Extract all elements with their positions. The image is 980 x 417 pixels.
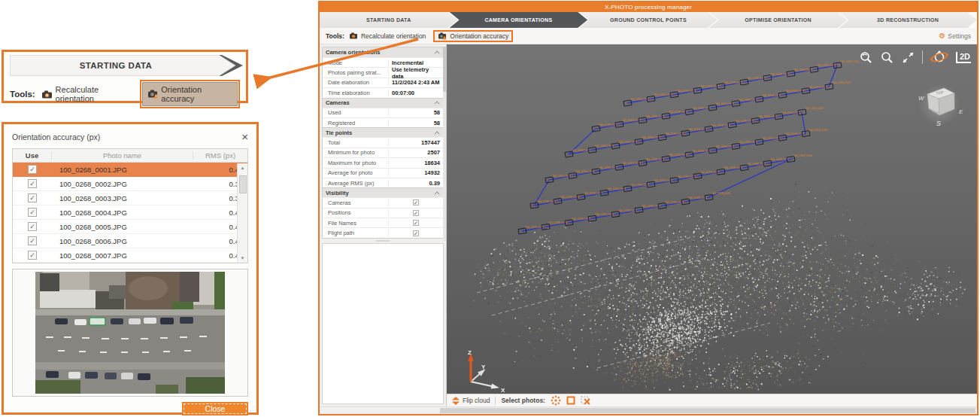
- orientation-accuracy-button[interactable]: Orientation accuracy: [438, 32, 508, 40]
- use-checkbox[interactable]: ✓: [28, 179, 37, 188]
- property-row: Minimum for photo2507: [323, 148, 443, 157]
- table-row[interactable]: ✓100_0268_0001.JPG0.40: [13, 163, 247, 177]
- resize-grip[interactable]: ⋰: [250, 406, 256, 412]
- viewport-3d[interactable]: 2D TOP FRONT W E: [447, 44, 977, 394]
- main-toolbar: Tools: Recalculate orientation Orientati…: [320, 28, 977, 44]
- recalculate-orientation-button[interactable]: Recalculate orientation: [41, 85, 134, 103]
- tab-3d-reconstruction[interactable]: 3D RECONSTRUCTION: [839, 12, 977, 28]
- property-value: 2507: [389, 149, 443, 156]
- section-header-visibility[interactable]: Visibility: [323, 187, 443, 197]
- collapse-chevron-icon[interactable]: [435, 191, 440, 196]
- column-use[interactable]: Use: [13, 151, 52, 160]
- close-button[interactable]: Close: [182, 402, 248, 415]
- orbit-icon[interactable]: [930, 49, 949, 65]
- visibility-checkbox[interactable]: ✓: [413, 230, 419, 236]
- table-row[interactable]: ✓100_0268_0006.JPG0.43: [13, 234, 247, 248]
- gear-icon: ⚙: [939, 32, 945, 40]
- sidebar-scrollbar[interactable]: [443, 47, 446, 241]
- point-cloud-scene[interactable]: [447, 44, 977, 394]
- select-rectangle-icon[interactable]: [566, 396, 575, 405]
- collapse-chevron-icon[interactable]: [435, 131, 440, 136]
- tab-optimise-orientation[interactable]: OPTIMISE ORIENTATION: [709, 12, 848, 28]
- window-title: X-PHOTO processing manager: [605, 4, 692, 11]
- zoom-icon[interactable]: [880, 50, 894, 65]
- property-row: Average for photo14932: [323, 168, 443, 178]
- hscroll-thumb[interactable]: [440, 408, 975, 413]
- column-rms[interactable]: RMS (px): [193, 151, 247, 160]
- photo-name: 100_0268_0003.JPG: [52, 194, 193, 202]
- scroll-up-icon[interactable]: ▲: [241, 163, 245, 172]
- property-label: Registered: [323, 120, 389, 126]
- property-row: Cameras✓: [323, 197, 443, 207]
- select-circle-icon[interactable]: [551, 395, 561, 406]
- deselect-icon[interactable]: [581, 396, 591, 406]
- property-value[interactable]: ✓: [389, 199, 443, 205]
- property-row: File Names✓: [323, 218, 443, 227]
- use-checkbox[interactable]: ✓: [28, 251, 37, 260]
- camera-icon: [349, 32, 358, 39]
- visibility-checkbox[interactable]: ✓: [413, 199, 419, 205]
- horizontal-scrollbar[interactable]: [320, 406, 977, 414]
- property-row: Flight path✓: [323, 227, 443, 237]
- collapse-chevron-icon[interactable]: [435, 101, 440, 106]
- recalculate-orientation-label: Recalculate orientation: [361, 32, 426, 40]
- app-window: X-PHOTO processing manager STARTING DATA…: [318, 1, 978, 415]
- starting-data-chevron-header: STARTING DATA: [10, 55, 240, 76]
- fit-view-icon[interactable]: [901, 50, 915, 65]
- sidebar-scroll-thumb[interactable]: [443, 47, 446, 92]
- use-checkbox[interactable]: ✓: [28, 165, 37, 174]
- use-checkbox[interactable]: ✓: [28, 208, 37, 217]
- section-header-cameras[interactable]: Cameras: [323, 98, 443, 108]
- visibility-checkbox[interactable]: ✓: [413, 210, 419, 216]
- use-checkbox[interactable]: ✓: [28, 193, 37, 202]
- use-checkbox[interactable]: ✓: [28, 222, 37, 231]
- property-value[interactable]: ✓: [389, 230, 443, 236]
- section-header-camera-orientations[interactable]: Camera orientations: [323, 47, 443, 57]
- orientation-accuracy-label: Orientation accuracy: [161, 85, 231, 103]
- table-row[interactable]: ✓100_0268_0004.JPG0.42: [13, 205, 247, 220]
- property-value: Use telemetry data: [389, 66, 443, 80]
- scroll-down-icon[interactable]: ▼: [241, 254, 245, 263]
- flip-cloud-button[interactable]: Flip cloud: [452, 397, 490, 405]
- section-header-tie-points[interactable]: Tie points: [323, 127, 443, 137]
- tab-label: OPTIMISE ORIENTATION: [745, 17, 812, 23]
- table-scrollbar[interactable]: ▲ ▼: [237, 163, 247, 263]
- settings-button[interactable]: ⚙ Settings: [939, 32, 971, 40]
- tab-camera-orientations[interactable]: CAMERA ORIENTATIONS: [450, 12, 588, 28]
- starting-data-title: STARTING DATA: [10, 55, 222, 76]
- photo-name: 100_0268_0005.JPG: [52, 223, 193, 231]
- zoom-previous-icon[interactable]: [859, 50, 873, 65]
- orientation-accuracy-button[interactable]: Orientation accuracy: [142, 82, 238, 106]
- tab-ground-control-points[interactable]: GROUND CONTROL POINTS: [579, 12, 718, 28]
- tab-starting-data[interactable]: STARTING DATA: [320, 12, 458, 28]
- screenshot-root: STARTING DATA Tools: Recalculate orienta…: [0, 0, 980, 417]
- scroll-thumb[interactable]: [239, 175, 247, 193]
- close-icon[interactable]: ×: [241, 132, 248, 142]
- property-label: Maximum for photo: [323, 160, 389, 166]
- property-label: Minimum for photo: [323, 149, 389, 156]
- property-row: Total157447: [323, 137, 443, 147]
- nav-separator: [922, 50, 923, 64]
- table-row[interactable]: ✓100_0268_0003.JPG0.39: [13, 191, 247, 205]
- table-row[interactable]: ✓100_0268_0002.JPG0.36: [13, 177, 247, 191]
- visibility-checkbox[interactable]: ✓: [413, 220, 419, 226]
- window-titlebar[interactable]: X-PHOTO processing manager: [320, 2, 977, 12]
- accuracy-button-annotation-box: Orientation accuracy: [433, 30, 513, 42]
- table-row[interactable]: ✓100_0268_0007.JPG0.44: [13, 248, 247, 263]
- recalculate-orientation-button[interactable]: Recalculate orientation: [349, 32, 426, 40]
- property-value[interactable]: ✓: [389, 210, 443, 216]
- collapse-chevron-icon[interactable]: [435, 50, 440, 56]
- orientation-accuracy-label: Orientation accuracy: [450, 32, 508, 40]
- view-2d-button[interactable]: 2D: [956, 52, 971, 63]
- table-row[interactable]: ✓100_0268_0005.JPG0.43: [13, 220, 247, 234]
- use-checkbox[interactable]: ✓: [28, 236, 37, 245]
- column-photo-name[interactable]: Photo name: [52, 151, 193, 160]
- section-title: Visibility: [326, 190, 349, 196]
- property-value: 0.39: [389, 180, 443, 187]
- property-label: Mode: [323, 59, 389, 66]
- section-title: Tie points: [326, 129, 352, 136]
- photo-name: 100_0268_0002.JPG: [52, 180, 193, 188]
- property-value[interactable]: ✓: [389, 220, 443, 226]
- property-value: 11/2/2024 2:43 AM: [389, 79, 443, 86]
- navigation-cube[interactable]: TOP FRONT W E S: [911, 75, 966, 130]
